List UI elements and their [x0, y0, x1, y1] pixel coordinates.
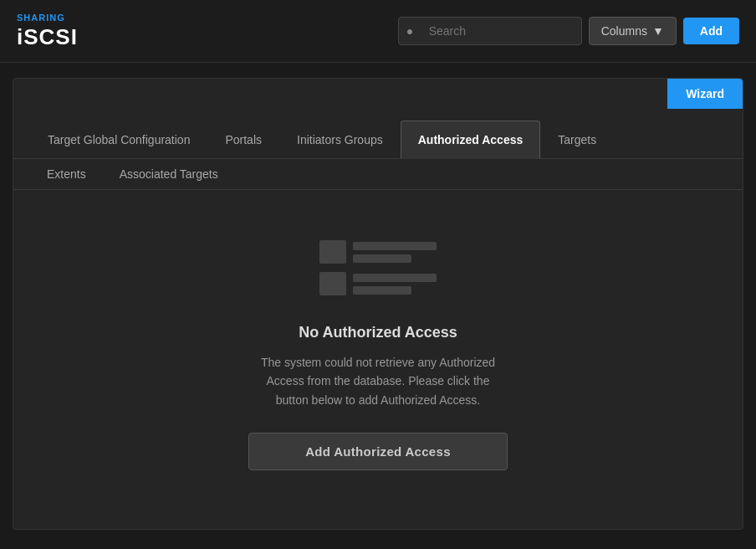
empty-graphic [319, 240, 437, 304]
columns-label: Columns [601, 24, 647, 38]
toolbar: ● Columns ▼ Add [398, 17, 739, 45]
add-button[interactable]: Add [683, 18, 739, 44]
tab-extents[interactable]: Extents [30, 159, 103, 189]
page-title: iSCSI [17, 24, 78, 50]
search-wrapper: ● [398, 17, 582, 45]
chevron-down-icon: ▼ [652, 24, 664, 38]
tab-associated-targets[interactable]: Associated Targets [103, 159, 235, 189]
search-input[interactable] [398, 17, 582, 45]
secondary-tabs: Extents Associated Targets [13, 159, 743, 190]
tab-portals[interactable]: Portals [207, 121, 279, 159]
empty-title: No Authorized Access [299, 324, 457, 341]
placeholder-lines-1 [353, 242, 437, 263]
placeholder-line-1 [353, 242, 437, 250]
main-panel: Wizard Target Global Configuration Porta… [13, 78, 743, 530]
tab-initiators-groups[interactable]: Initiators Groups [279, 121, 401, 159]
placeholder-lines-2 [353, 274, 437, 295]
placeholder-line-3 [353, 274, 437, 282]
wizard-button[interactable]: Wizard [667, 79, 743, 109]
placeholder-row-2 [319, 272, 437, 295]
placeholder-row-1 [319, 240, 437, 264]
tab-targets[interactable]: Targets [540, 121, 614, 159]
tab-authorized-access[interactable]: Authorized Access [401, 121, 541, 159]
placeholder-line-4 [353, 286, 411, 295]
sharing-label: SHARING [17, 13, 78, 23]
placeholder-line-2 [353, 254, 411, 263]
empty-state: No Authorized Access The system could no… [13, 190, 743, 504]
columns-button[interactable]: Columns ▼ [589, 17, 677, 45]
primary-tabs: Target Global Configuration Portals Init… [13, 79, 743, 159]
tab-target-global[interactable]: Target Global Configuration [30, 121, 207, 159]
placeholder-square-1 [319, 240, 346, 264]
top-bar: SHARING iSCSI ● Columns ▼ Add [0, 0, 756, 63]
search-icon: ● [406, 24, 413, 38]
placeholder-square-2 [319, 272, 346, 295]
empty-description: The system could not retrieve any Author… [253, 353, 503, 409]
brand-section: SHARING iSCSI [17, 13, 78, 50]
add-authorized-access-button[interactable]: Add Authorized Access [248, 433, 508, 470]
